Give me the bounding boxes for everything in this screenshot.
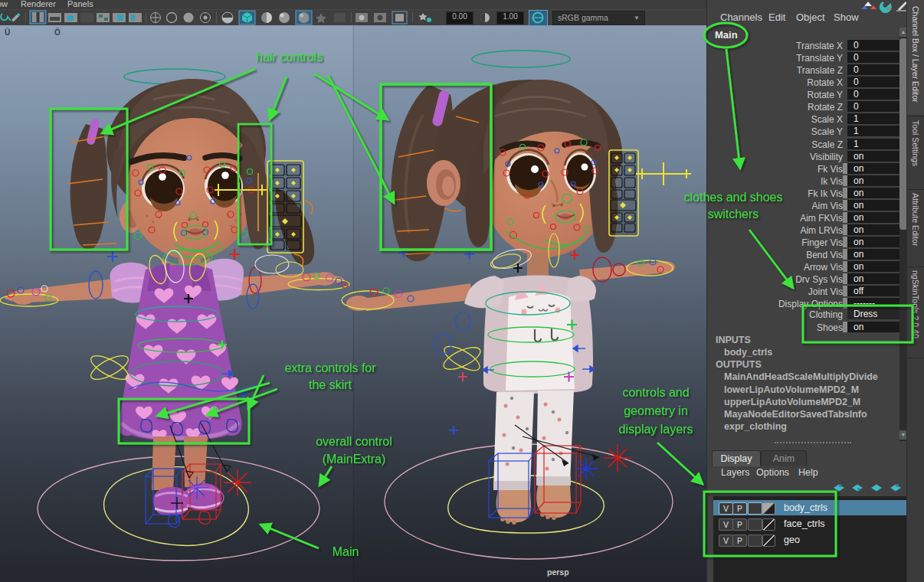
svg-text:Ö: Ö (54, 28, 61, 37)
svg-text:Ü: Ü (5, 28, 10, 37)
svg-text:persp: persp (547, 567, 569, 577)
